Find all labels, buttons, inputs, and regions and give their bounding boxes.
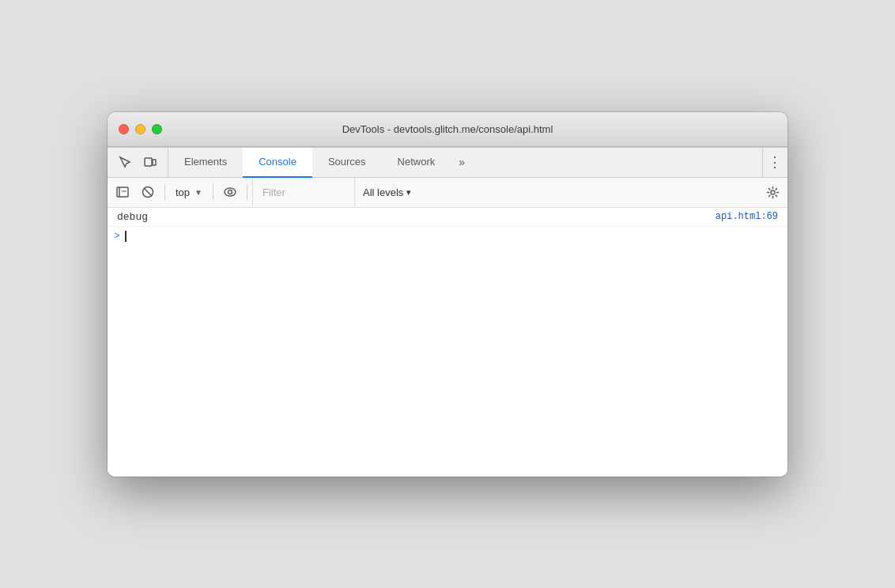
toolbar-separator-1 — [164, 184, 165, 200]
devtools-panel: Elements Console Sources Network » ⋮ — [108, 147, 787, 477]
svg-point-9 — [771, 190, 775, 194]
console-entry-text: debug — [117, 211, 148, 223]
filter-container — [252, 178, 355, 207]
live-expressions-button[interactable] — [218, 180, 242, 204]
devtools-menu-button[interactable]: ⋮ — [762, 148, 787, 177]
device-mode-icon[interactable] — [139, 151, 161, 173]
levels-dropdown-icon: ▾ — [406, 187, 411, 198]
svg-rect-1 — [153, 160, 156, 165]
tab-console[interactable]: Console — [243, 148, 312, 178]
svg-point-7 — [225, 188, 236, 196]
window-title: DevTools - devtools.glitch.me/console/ap… — [342, 123, 553, 135]
maximize-button[interactable] — [152, 124, 162, 134]
toolbar-separator-2 — [213, 184, 213, 200]
more-tabs-button[interactable]: » — [451, 148, 473, 177]
console-input-row[interactable]: > — [108, 227, 787, 246]
traffic-lights — [119, 124, 162, 134]
console-settings-button[interactable] — [761, 180, 784, 204]
tab-bar: Elements Console Sources Network » ⋮ — [108, 148, 787, 178]
console-cursor — [125, 231, 127, 242]
svg-rect-2 — [117, 187, 128, 197]
minimize-button[interactable] — [135, 124, 145, 134]
inspect-element-icon[interactable] — [114, 151, 136, 173]
sidebar-toggle-button[interactable] — [111, 180, 134, 204]
close-button[interactable] — [119, 124, 129, 134]
console-entry-link[interactable]: api.html:69 — [716, 211, 778, 222]
clear-console-button[interactable] — [136, 180, 160, 204]
console-content: debug api.html:69 > — [108, 208, 787, 477]
tabs: Elements Console Sources Network » — [168, 148, 762, 177]
context-selector[interactable]: top ▼ — [170, 182, 208, 202]
log-levels-dropdown[interactable]: All levels ▾ — [357, 187, 417, 198]
devtools-icons — [108, 148, 168, 177]
console-prompt-icon: > — [114, 230, 120, 242]
devtools-window: DevTools - devtools.glitch.me/console/ap… — [108, 112, 787, 477]
svg-rect-0 — [145, 158, 152, 166]
tab-elements[interactable]: Elements — [168, 148, 243, 178]
svg-line-6 — [144, 188, 152, 196]
dropdown-arrow-icon: ▼ — [194, 188, 202, 197]
toolbar-separator-3 — [247, 184, 247, 200]
tab-sources[interactable]: Sources — [312, 148, 382, 178]
titlebar: DevTools - devtools.glitch.me/console/ap… — [108, 112, 787, 147]
filter-input[interactable] — [256, 187, 351, 198]
svg-point-8 — [228, 190, 232, 194]
console-toolbar: top ▼ All levels ▾ — [108, 178, 787, 208]
tab-network[interactable]: Network — [382, 148, 451, 178]
console-entry: debug api.html:69 — [108, 208, 787, 227]
